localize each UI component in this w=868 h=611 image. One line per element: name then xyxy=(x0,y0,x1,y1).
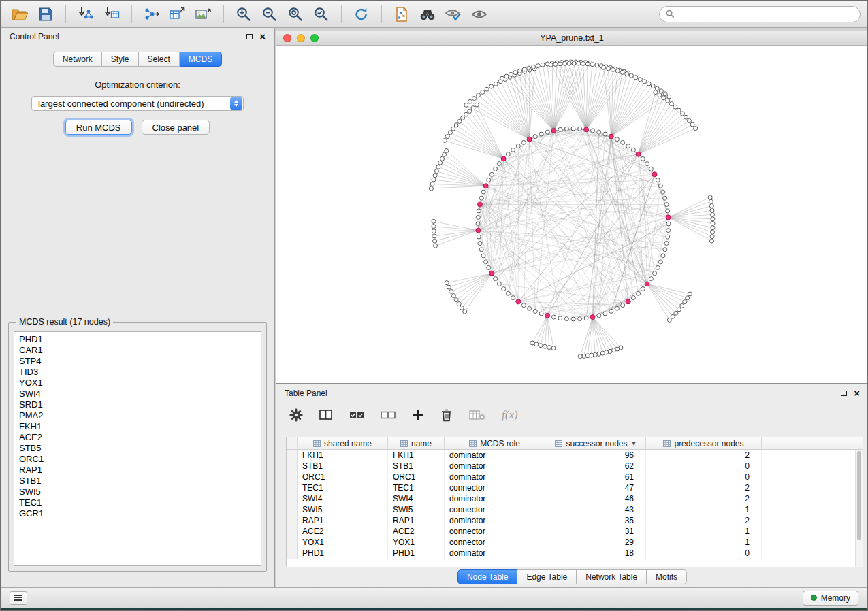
network-node[interactable] xyxy=(572,61,576,65)
network-node[interactable] xyxy=(451,294,455,298)
close-panel-icon[interactable]: × xyxy=(259,33,266,40)
network-node[interactable] xyxy=(479,196,483,200)
network-node[interactable] xyxy=(528,306,532,310)
network-node[interactable] xyxy=(649,277,653,281)
global-search[interactable] xyxy=(659,6,861,22)
column-header-MCDS-role[interactable]: MCDS role xyxy=(445,437,545,450)
network-node[interactable] xyxy=(671,314,675,318)
network-hub-node[interactable] xyxy=(516,299,521,304)
network-node[interactable] xyxy=(460,306,464,310)
network-node[interactable] xyxy=(543,344,547,348)
network-hub-node[interactable] xyxy=(501,156,506,161)
network-node[interactable] xyxy=(487,178,491,182)
network-node[interactable] xyxy=(645,162,649,166)
network-node[interactable] xyxy=(489,84,494,88)
network-node[interactable] xyxy=(432,225,436,229)
network-node[interactable] xyxy=(454,298,458,302)
network-node[interactable] xyxy=(527,66,531,70)
network-node[interactable] xyxy=(664,242,669,246)
network-node[interactable] xyxy=(711,226,715,230)
network-node[interactable] xyxy=(477,235,481,239)
network-node[interactable] xyxy=(578,354,582,359)
network-node[interactable] xyxy=(615,306,619,310)
mcds-result-item[interactable]: RAP1 xyxy=(19,465,256,476)
network-node[interactable] xyxy=(533,135,537,139)
network-node[interactable] xyxy=(564,317,568,321)
network-node[interactable] xyxy=(620,70,624,74)
mcds-result-item[interactable]: STP4 xyxy=(19,356,256,367)
network-node[interactable] xyxy=(581,61,585,65)
network-node[interactable] xyxy=(539,312,543,316)
table-row[interactable]: FKH1FKH1dominator962 xyxy=(287,450,863,461)
network-node[interactable] xyxy=(603,312,607,316)
network-node[interactable] xyxy=(457,119,462,123)
open-folder-button[interactable] xyxy=(7,3,32,25)
network-node[interactable] xyxy=(711,230,715,234)
network-node[interactable] xyxy=(638,78,642,82)
network-node[interactable] xyxy=(497,282,501,286)
network-node[interactable] xyxy=(658,260,662,264)
network-node[interactable] xyxy=(577,61,581,65)
network-node[interactable] xyxy=(547,346,551,350)
network-node[interactable] xyxy=(451,127,455,131)
show-column-button[interactable] xyxy=(319,409,333,421)
network-node[interactable] xyxy=(549,63,553,67)
network-node[interactable] xyxy=(629,73,633,78)
network-node[interactable] xyxy=(669,102,673,106)
network-node[interactable] xyxy=(708,195,712,199)
network-node[interactable] xyxy=(545,130,549,134)
network-node[interactable] xyxy=(494,82,498,86)
network-node[interactable] xyxy=(641,287,645,291)
network-node[interactable] xyxy=(448,131,452,135)
network-node[interactable] xyxy=(659,89,663,93)
network-node[interactable] xyxy=(663,248,667,252)
network-node[interactable] xyxy=(582,354,586,358)
network-hub-node[interactable] xyxy=(609,134,613,139)
network-hub-node[interactable] xyxy=(477,202,482,207)
network-node[interactable] xyxy=(677,108,681,112)
network-node[interactable] xyxy=(643,80,647,84)
mcds-result-item[interactable]: PMA2 xyxy=(19,410,256,421)
network-node[interactable] xyxy=(683,300,687,304)
network-node[interactable] xyxy=(578,127,582,131)
network-node[interactable] xyxy=(677,308,681,312)
network-node[interactable] xyxy=(552,315,556,319)
float-panel-icon[interactable] xyxy=(841,391,847,396)
close-window-button[interactable] xyxy=(283,34,291,42)
network-node[interactable] xyxy=(472,97,477,101)
network-node[interactable] xyxy=(518,69,522,73)
network-node[interactable] xyxy=(647,82,651,86)
close-panel-icon[interactable]: × xyxy=(854,390,860,397)
network-node[interactable] xyxy=(602,65,606,69)
network-node[interactable] xyxy=(479,248,483,252)
network-node[interactable] xyxy=(443,152,447,156)
network-hub-node[interactable] xyxy=(476,228,481,233)
network-node[interactable] xyxy=(585,62,590,66)
network-node[interactable] xyxy=(711,217,715,221)
network-node[interactable] xyxy=(536,64,540,68)
network-node[interactable] xyxy=(521,140,526,144)
network-node[interactable] xyxy=(709,204,713,208)
network-node[interactable] xyxy=(445,281,449,285)
network-node[interactable] xyxy=(497,162,501,166)
network-node[interactable] xyxy=(615,69,620,73)
export-image-button[interactable] xyxy=(191,3,216,25)
network-node[interactable] xyxy=(516,144,520,148)
network-node[interactable] xyxy=(562,61,566,65)
network-node[interactable] xyxy=(690,122,694,127)
table-row[interactable]: RAP1RAP1dominator352 xyxy=(287,515,863,526)
network-node[interactable] xyxy=(477,209,481,213)
network-node[interactable] xyxy=(658,184,662,188)
network-node[interactable] xyxy=(634,76,638,80)
network-node[interactable] xyxy=(475,103,479,107)
mcds-result-item[interactable]: TID3 xyxy=(19,367,256,378)
network-node[interactable] xyxy=(564,127,568,131)
share-document-button[interactable] xyxy=(389,3,414,25)
zoom-selected-button[interactable] xyxy=(309,3,334,25)
column-header-name[interactable]: name xyxy=(388,437,445,450)
save-button[interactable] xyxy=(33,3,58,25)
network-node[interactable] xyxy=(656,178,660,182)
network-hub-node[interactable] xyxy=(527,137,532,142)
network-node[interactable] xyxy=(478,242,482,246)
network-node[interactable] xyxy=(432,219,436,223)
